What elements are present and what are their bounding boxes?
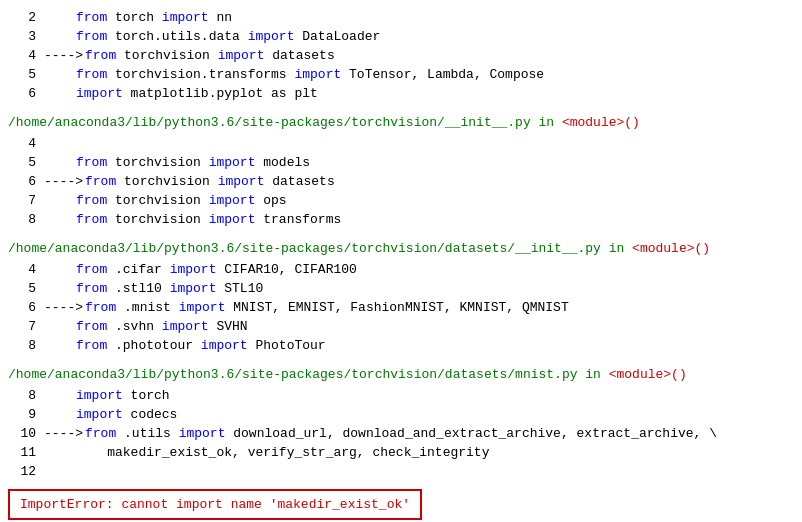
line-number: 7 [8, 317, 36, 336]
line-number: 6 [8, 172, 36, 191]
no-arrow [44, 210, 76, 229]
line-number: 5 [8, 153, 36, 172]
line-number: 7 [8, 191, 36, 210]
line-content: from torchvision import models [76, 153, 310, 172]
line-content: from torchvision.transforms import ToTen… [76, 65, 544, 84]
arrow-indicator: ----> [44, 172, 83, 191]
line-content: from .stl10 import STL10 [76, 279, 263, 298]
line-6: 6 import matplotlib.pyplot as plt [0, 84, 802, 103]
no-arrow [44, 260, 76, 279]
line-s3-6-arrow: 6 ----> from .mnist import MNIST, EMNIST… [0, 298, 802, 317]
line-s2-8: 8 from torchvision import transforms [0, 210, 802, 229]
line-s4-9: 9 import codecs [0, 405, 802, 424]
no-arrow [44, 386, 76, 405]
arrow-indicator: ----> [44, 298, 83, 317]
line-2: 2 from torch import nn [0, 8, 802, 27]
no-arrow [44, 279, 76, 298]
module-label: <module>() [632, 241, 710, 256]
line-content: from .phototour import PhotoTour [76, 336, 326, 355]
code-section-1: 2 from torch import nn 3 from torch.util… [0, 8, 802, 103]
line-number: 8 [8, 210, 36, 229]
arrow-indicator: ----> [44, 46, 83, 65]
path-2: /home/anaconda3/lib/python3.6/site-packa… [0, 233, 802, 260]
line-s4-11: 11 makedir_exist_ok, verify_str_arg, che… [0, 443, 802, 462]
no-arrow [44, 405, 76, 424]
line-number: 6 [8, 84, 36, 103]
code-section-3: 4 from .cifar import CIFAR10, CIFAR100 5… [0, 260, 802, 355]
module-label: <module>() [609, 367, 687, 382]
line-number: 4 [8, 134, 36, 153]
line-number: 8 [8, 336, 36, 355]
no-arrow [44, 336, 76, 355]
arrow-indicator: ----> [44, 424, 83, 443]
line-content: from torchvision import transforms [76, 210, 341, 229]
module-label: <module>() [562, 115, 640, 130]
line-content: from .mnist import MNIST, EMNIST, Fashio… [85, 298, 569, 317]
line-content: from torch import nn [76, 8, 232, 27]
line-s4-10-arrow: 10 ----> from .utils import download_url… [0, 424, 802, 443]
code-section-2: 4 5 from torchvision import models 6 ---… [0, 134, 802, 229]
line-s3-5: 5 from .stl10 import STL10 [0, 279, 802, 298]
no-arrow [44, 153, 76, 172]
path-3: /home/anaconda3/lib/python3.6/site-packa… [0, 359, 802, 386]
line-content: from torch.utils.data import DataLoader [76, 27, 380, 46]
no-arrow [44, 443, 76, 462]
line-content: makedir_exist_ok, verify_str_arg, check_… [76, 443, 489, 462]
line-content: import matplotlib.pyplot as plt [76, 84, 318, 103]
no-arrow [44, 27, 76, 46]
no-arrow [44, 8, 76, 27]
line-content: from .utils import download_url, downloa… [85, 424, 717, 443]
line-4-arrow: 4 ----> from torchvision import datasets [0, 46, 802, 65]
no-arrow [44, 84, 76, 103]
line-3: 3 from torch.utils.data import DataLoade… [0, 27, 802, 46]
path-1: /home/anaconda3/lib/python3.6/site-packa… [0, 107, 802, 134]
no-arrow [44, 317, 76, 336]
line-s4-8: 8 import torch [0, 386, 802, 405]
line-number: 10 [8, 424, 36, 443]
line-number: 5 [8, 65, 36, 84]
code-section-4: 8 import torch 9 import codecs 10 ----> … [0, 386, 802, 481]
code-container: 2 from torch import nn 3 from torch.util… [0, 0, 802, 522]
line-number: 11 [8, 443, 36, 462]
line-s3-4: 4 from .cifar import CIFAR10, CIFAR100 [0, 260, 802, 279]
error-message: ImportError: cannot import name 'makedir… [20, 497, 410, 512]
line-number: 2 [8, 8, 36, 27]
line-s3-8: 8 from .phototour import PhotoTour [0, 336, 802, 355]
line-number: 6 [8, 298, 36, 317]
line-number: 12 [8, 462, 36, 481]
no-arrow [44, 462, 76, 481]
line-number: 3 [8, 27, 36, 46]
line-number: 5 [8, 279, 36, 298]
line-number: 9 [8, 405, 36, 424]
line-number: 4 [8, 260, 36, 279]
line-s2-4: 4 [0, 134, 802, 153]
line-s2-7: 7 from torchvision import ops [0, 191, 802, 210]
line-s4-12: 12 [0, 462, 802, 481]
no-arrow [44, 191, 76, 210]
line-content: from torchvision import datasets [85, 172, 335, 191]
line-content: from torchvision import ops [76, 191, 287, 210]
line-5: 5 from torchvision.transforms import ToT… [0, 65, 802, 84]
line-content: from .svhn import SVHN [76, 317, 248, 336]
line-s3-7: 7 from .svhn import SVHN [0, 317, 802, 336]
line-number: 8 [8, 386, 36, 405]
line-s2-6-arrow: 6 ----> from torchvision import datasets [0, 172, 802, 191]
line-content: import torch [76, 386, 170, 405]
line-content: from torchvision import datasets [85, 46, 335, 65]
line-content: from .cifar import CIFAR10, CIFAR100 [76, 260, 357, 279]
line-number: 4 [8, 46, 36, 65]
line-content: import codecs [76, 405, 177, 424]
no-arrow [44, 134, 76, 153]
line-s2-5: 5 from torchvision import models [0, 153, 802, 172]
error-box: ImportError: cannot import name 'makedir… [8, 489, 422, 520]
no-arrow [44, 65, 76, 84]
